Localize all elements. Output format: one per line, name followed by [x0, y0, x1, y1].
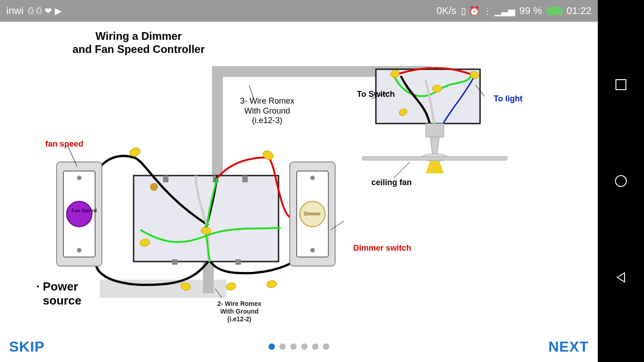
onboarding-footer: SKIP NEXT [0, 331, 598, 362]
battery-percent: 99 % [519, 5, 542, 17]
page-indicator [269, 343, 329, 350]
status-bar: inwi ⎙ ⎙ ❤ ▶ 0K/s ▯ ⏰ ⋮ ▁▃▅ 99 % 01:22 [0, 0, 598, 22]
power-source-label: · Power source [36, 280, 82, 308]
status-left: inwi ⎙ ⎙ ❤ ▶ [6, 5, 62, 17]
svg-point-22 [266, 280, 277, 289]
svg-rect-6 [426, 124, 444, 137]
dimmer-knob-label: Dimmer [304, 211, 321, 216]
svg-point-26 [77, 248, 82, 252]
status-right: 0K/s ▯ ⏰ ⋮ ▁▃▅ 99 % 01:22 [437, 5, 591, 17]
wifi-icon: ⋮ [483, 5, 492, 16]
svg-rect-11 [163, 176, 168, 182]
svg-point-10 [150, 183, 158, 191]
to-switch-label: To Switch [357, 90, 395, 99]
onboarding-content: Wiring a Dimmer and Fan Speed Controller [0, 22, 598, 331]
page-dot[interactable] [279, 343, 286, 350]
page-dot[interactable] [269, 343, 275, 350]
svg-line-39 [394, 162, 410, 178]
home-button[interactable] [612, 172, 630, 190]
dimmer-switch-label: Dimmer switch [353, 243, 411, 253]
network-speed: 0K/s [437, 5, 457, 17]
usb-icon-2: ⎙ [36, 5, 42, 16]
alarm-icon: ⏰ [469, 5, 480, 16]
svg-rect-14 [172, 259, 178, 265]
page-dot[interactable] [323, 343, 329, 350]
next-button[interactable]: NEXT [548, 338, 589, 355]
wiring-diagram: Wiring a Dimmer and Fan Speed Controller [27, 22, 543, 295]
svg-rect-8 [362, 157, 507, 160]
svg-point-4 [433, 85, 442, 92]
svg-point-41 [615, 176, 626, 186]
page-dot[interactable] [312, 343, 318, 350]
svg-point-31 [310, 248, 315, 252]
three-wire-label: 3- Wire Romex With Ground (i.e12-3) [240, 96, 294, 126]
status-left-icons: ⎙ ⎙ ❤ ▶ [28, 5, 62, 16]
page-dot[interactable] [301, 343, 308, 350]
skip-button[interactable]: SKIP [9, 338, 45, 355]
back-button[interactable] [612, 268, 630, 286]
battery-icon [547, 7, 562, 15]
svg-rect-40 [616, 80, 626, 90]
status-right-icons: ▯ ⏰ ⋮ ▁▃▅ [461, 5, 515, 16]
fan-speed-knob-label: Fan Speed [72, 208, 97, 213]
svg-point-30 [310, 176, 315, 180]
diagram-svg [27, 22, 543, 325]
to-light-label: To light [494, 94, 523, 104]
svg-point-17 [261, 149, 275, 162]
svg-point-27 [67, 201, 92, 227]
clock-time: 01:22 [567, 5, 591, 17]
page-dot[interactable] [290, 343, 297, 350]
svg-point-19 [201, 227, 211, 234]
android-nav-bar [598, 0, 644, 362]
carrier-label: inwi [6, 5, 24, 17]
vibrate-icon: ▯ [461, 5, 466, 16]
svg-rect-13 [242, 176, 248, 182]
svg-rect-15 [235, 259, 241, 265]
fan-speed-label: fan speed [45, 139, 83, 149]
heart-icon: ❤ [44, 5, 52, 16]
ceiling-fan-label: ceiling fan [371, 178, 412, 187]
signal-icon: ▁▃▅ [495, 5, 515, 16]
play-icon: ▶ [55, 5, 62, 16]
recent-apps-button[interactable] [612, 76, 630, 94]
svg-point-25 [77, 176, 82, 180]
two-wire-label: 2- Wire Romex With Ground (i.e12-2) [217, 300, 261, 323]
usb-icon: ⎙ [28, 5, 34, 16]
svg-point-21 [225, 281, 236, 291]
